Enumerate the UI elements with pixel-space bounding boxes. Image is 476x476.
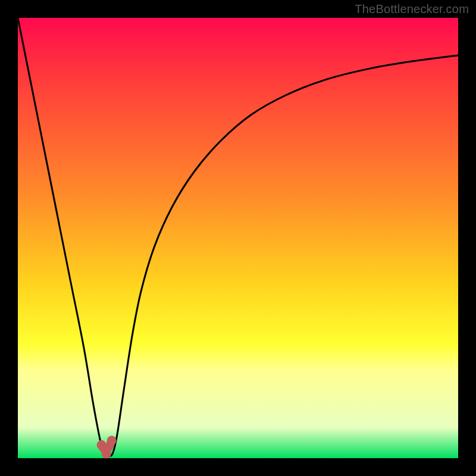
watermark-text: TheBottlenecker.com <box>355 2 469 16</box>
chart-frame: TheBottlenecker.com <box>0 0 476 476</box>
bottleneck-chart <box>0 0 476 476</box>
plot-background <box>18 18 458 458</box>
right-foot-dot <box>107 436 117 445</box>
u-bottom-dot <box>102 449 111 459</box>
left-foot-dot <box>97 440 107 450</box>
